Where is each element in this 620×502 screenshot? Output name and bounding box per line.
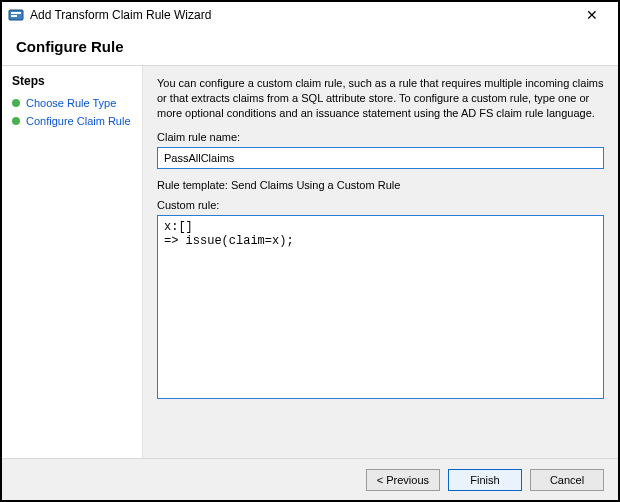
wizard-body: Steps Choose Rule Type Configure Claim R… bbox=[2, 66, 618, 464]
wizard-header: Configure Rule bbox=[2, 28, 618, 65]
close-button[interactable]: ✕ bbox=[572, 4, 612, 26]
bullet-icon bbox=[12, 117, 20, 125]
step-configure-claim-rule[interactable]: Configure Claim Rule bbox=[12, 112, 132, 130]
wizard-footer: < Previous Finish Cancel bbox=[2, 458, 618, 500]
page-title: Configure Rule bbox=[16, 38, 604, 55]
cancel-button[interactable]: Cancel bbox=[530, 469, 604, 491]
steps-sidebar: Steps Choose Rule Type Configure Claim R… bbox=[2, 66, 142, 464]
close-icon: ✕ bbox=[586, 7, 598, 23]
custom-rule-textarea[interactable] bbox=[157, 215, 604, 399]
title-bar: Add Transform Claim Rule Wizard ✕ bbox=[2, 2, 618, 28]
claim-rule-name-label: Claim rule name: bbox=[157, 131, 604, 143]
app-icon bbox=[8, 7, 24, 23]
step-label: Choose Rule Type bbox=[26, 97, 116, 109]
step-choose-rule-type[interactable]: Choose Rule Type bbox=[12, 94, 132, 112]
description-text: You can configure a custom claim rule, s… bbox=[157, 76, 604, 121]
window-title: Add Transform Claim Rule Wizard bbox=[30, 8, 211, 22]
previous-button[interactable]: < Previous bbox=[366, 469, 440, 491]
svg-rect-2 bbox=[11, 15, 17, 17]
finish-button[interactable]: Finish bbox=[448, 469, 522, 491]
svg-rect-1 bbox=[11, 12, 21, 14]
bullet-icon bbox=[12, 99, 20, 107]
claim-rule-name-input[interactable] bbox=[157, 147, 604, 169]
step-label: Configure Claim Rule bbox=[26, 115, 131, 127]
steps-title: Steps bbox=[12, 74, 132, 88]
content-pane: You can configure a custom claim rule, s… bbox=[142, 66, 618, 464]
rule-template-label: Rule template: Send Claims Using a Custo… bbox=[157, 179, 604, 191]
custom-rule-label: Custom rule: bbox=[157, 199, 604, 211]
